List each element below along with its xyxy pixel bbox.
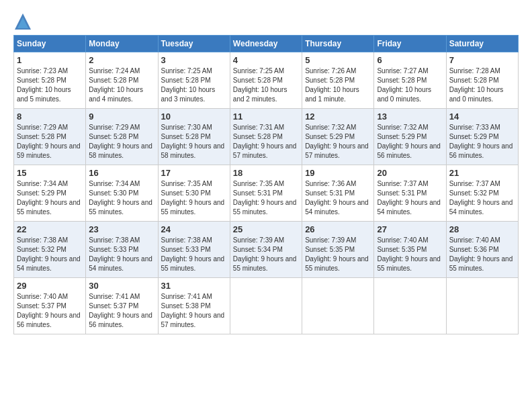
calendar-day-cell: 26Sunrise: 7:39 AMSunset: 5:35 PMDayligh… [302,222,374,278]
calendar-week-row: 15Sunrise: 7:34 AMSunset: 5:29 PMDayligh… [14,165,519,222]
day-info: Sunrise: 7:34 AMSunset: 5:29 PMDaylight:… [17,179,83,217]
calendar-day-cell: 18Sunrise: 7:35 AMSunset: 5:31 PMDayligh… [230,165,302,222]
calendar-day-cell: 17Sunrise: 7:35 AMSunset: 5:30 PMDayligh… [158,165,230,222]
day-info: Sunrise: 7:23 AMSunset: 5:28 PMDaylight:… [17,66,83,104]
calendar-day-cell: 9Sunrise: 7:29 AMSunset: 5:28 PMDaylight… [86,109,158,165]
day-info: Sunrise: 7:41 AMSunset: 5:37 PMDaylight:… [89,292,154,330]
calendar-day-cell: 6Sunrise: 7:27 AMSunset: 5:28 PMDaylight… [374,52,446,109]
logo-icon [13,12,32,31]
day-number: 12 [305,111,371,122]
calendar-day-cell: 1Sunrise: 7:23 AMSunset: 5:28 PMDaylight… [14,52,86,109]
calendar-day-cell: 27Sunrise: 7:40 AMSunset: 5:35 PMDayligh… [374,222,446,278]
day-info: Sunrise: 7:38 AMSunset: 5:33 PMDaylight:… [89,236,154,273]
day-number: 7 [449,55,515,65]
calendar-header-thursday: Thursday [302,36,374,52]
day-number: 9 [89,111,154,122]
day-number: 15 [17,168,83,178]
day-number: 29 [17,281,83,291]
calendar-week-row: 29Sunrise: 7:40 AMSunset: 5:37 PMDayligh… [14,278,519,334]
day-number: 4 [233,55,299,65]
day-number: 18 [233,168,299,178]
calendar-day-cell: 20Sunrise: 7:37 AMSunset: 5:31 PMDayligh… [374,165,446,222]
calendar-day-cell [302,278,374,334]
calendar-day-cell: 25Sunrise: 7:39 AMSunset: 5:34 PMDayligh… [230,222,302,278]
logo [13,12,35,31]
day-info: Sunrise: 7:41 AMSunset: 5:38 PMDaylight:… [161,292,227,330]
calendar: SundayMondayTuesdayWednesdayThursdayFrid… [13,35,519,334]
day-number: 24 [161,224,227,234]
day-info: Sunrise: 7:34 AMSunset: 5:30 PMDaylight:… [89,179,154,217]
calendar-header-saturday: Saturday [446,36,518,52]
day-info: Sunrise: 7:39 AMSunset: 5:35 PMDaylight:… [305,236,371,273]
day-info: Sunrise: 7:35 AMSunset: 5:31 PMDaylight:… [233,179,299,217]
day-info: Sunrise: 7:26 AMSunset: 5:28 PMDaylight:… [305,66,371,104]
day-info: Sunrise: 7:38 AMSunset: 5:33 PMDaylight:… [161,236,227,273]
calendar-header-wednesday: Wednesday [230,36,302,52]
calendar-day-cell: 4Sunrise: 7:25 AMSunset: 5:28 PMDaylight… [230,52,302,109]
calendar-day-cell [374,278,446,334]
day-info: Sunrise: 7:29 AMSunset: 5:28 PMDaylight:… [17,123,83,161]
page: SundayMondayTuesdayWednesdayThursdayFrid… [0,0,532,411]
day-number: 26 [305,224,371,234]
calendar-day-cell: 13Sunrise: 7:32 AMSunset: 5:29 PMDayligh… [374,109,446,165]
calendar-day-cell [230,278,302,334]
calendar-day-cell: 10Sunrise: 7:30 AMSunset: 5:28 PMDayligh… [158,109,230,165]
calendar-day-cell: 5Sunrise: 7:26 AMSunset: 5:28 PMDaylight… [302,52,374,109]
day-number: 5 [305,55,371,65]
day-info: Sunrise: 7:32 AMSunset: 5:29 PMDaylight:… [305,123,371,161]
day-number: 17 [161,168,227,178]
day-info: Sunrise: 7:39 AMSunset: 5:34 PMDaylight:… [233,236,299,273]
day-number: 8 [17,111,83,122]
calendar-day-cell: 29Sunrise: 7:40 AMSunset: 5:37 PMDayligh… [14,278,86,334]
calendar-header-friday: Friday [374,36,446,52]
day-info: Sunrise: 7:24 AMSunset: 5:28 PMDaylight:… [89,66,154,104]
day-info: Sunrise: 7:40 AMSunset: 5:37 PMDaylight:… [17,292,83,330]
day-info: Sunrise: 7:31 AMSunset: 5:28 PMDaylight:… [233,123,299,161]
day-info: Sunrise: 7:27 AMSunset: 5:28 PMDaylight:… [377,66,443,104]
day-info: Sunrise: 7:38 AMSunset: 5:32 PMDaylight:… [17,236,83,273]
day-number: 19 [305,168,371,178]
calendar-day-cell: 24Sunrise: 7:38 AMSunset: 5:33 PMDayligh… [158,222,230,278]
day-number: 6 [377,55,443,65]
day-number: 28 [449,224,515,234]
calendar-day-cell: 23Sunrise: 7:38 AMSunset: 5:33 PMDayligh… [86,222,158,278]
day-number: 20 [377,168,443,178]
day-info: Sunrise: 7:35 AMSunset: 5:30 PMDaylight:… [161,179,227,217]
calendar-day-cell: 31Sunrise: 7:41 AMSunset: 5:38 PMDayligh… [158,278,230,334]
calendar-day-cell: 28Sunrise: 7:40 AMSunset: 5:36 PMDayligh… [446,222,518,278]
calendar-day-cell [446,278,518,334]
day-number: 21 [449,168,515,178]
calendar-day-cell: 16Sunrise: 7:34 AMSunset: 5:30 PMDayligh… [86,165,158,222]
day-info: Sunrise: 7:25 AMSunset: 5:28 PMDaylight:… [233,66,299,104]
calendar-day-cell: 7Sunrise: 7:28 AMSunset: 5:28 PMDaylight… [446,52,518,109]
day-info: Sunrise: 7:37 AMSunset: 5:31 PMDaylight:… [377,179,443,217]
calendar-day-cell: 8Sunrise: 7:29 AMSunset: 5:28 PMDaylight… [14,109,86,165]
day-number: 31 [161,281,227,291]
calendar-day-cell: 30Sunrise: 7:41 AMSunset: 5:37 PMDayligh… [86,278,158,334]
calendar-day-cell: 3Sunrise: 7:25 AMSunset: 5:28 PMDaylight… [158,52,230,109]
calendar-day-cell: 2Sunrise: 7:24 AMSunset: 5:28 PMDaylight… [86,52,158,109]
day-number: 1 [17,55,83,65]
calendar-day-cell: 19Sunrise: 7:36 AMSunset: 5:31 PMDayligh… [302,165,374,222]
day-number: 16 [89,168,154,178]
day-number: 22 [17,224,83,234]
calendar-day-cell: 12Sunrise: 7:32 AMSunset: 5:29 PMDayligh… [302,109,374,165]
day-info: Sunrise: 7:40 AMSunset: 5:36 PMDaylight:… [449,236,515,273]
calendar-day-cell: 15Sunrise: 7:34 AMSunset: 5:29 PMDayligh… [14,165,86,222]
calendar-day-cell: 11Sunrise: 7:31 AMSunset: 5:28 PMDayligh… [230,109,302,165]
day-info: Sunrise: 7:36 AMSunset: 5:31 PMDaylight:… [305,179,371,217]
day-number: 2 [89,55,154,65]
day-info: Sunrise: 7:37 AMSunset: 5:32 PMDaylight:… [449,179,515,217]
day-info: Sunrise: 7:28 AMSunset: 5:28 PMDaylight:… [449,66,515,104]
day-info: Sunrise: 7:25 AMSunset: 5:28 PMDaylight:… [161,66,227,104]
day-info: Sunrise: 7:32 AMSunset: 5:29 PMDaylight:… [377,123,443,161]
calendar-header-tuesday: Tuesday [158,36,230,52]
day-number: 25 [233,224,299,234]
calendar-header-monday: Monday [86,36,158,52]
calendar-week-row: 22Sunrise: 7:38 AMSunset: 5:32 PMDayligh… [14,222,519,278]
calendar-header-row: SundayMondayTuesdayWednesdayThursdayFrid… [14,36,519,52]
calendar-day-cell: 14Sunrise: 7:33 AMSunset: 5:29 PMDayligh… [446,109,518,165]
day-number: 3 [161,55,227,65]
day-number: 13 [377,111,443,122]
day-number: 23 [89,224,154,234]
